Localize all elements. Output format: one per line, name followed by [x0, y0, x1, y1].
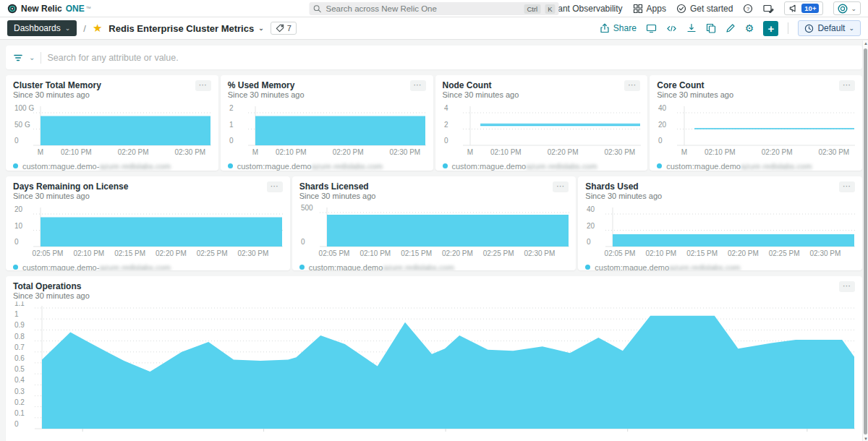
svg-text:02:30 PM: 02:30 PM — [810, 249, 841, 257]
svg-text:02:10 PM: 02:10 PM — [276, 148, 307, 156]
new-relic-home-link[interactable]: New Relic ONE ™ — [7, 4, 91, 14]
kbd-k: K — [545, 4, 555, 14]
svg-text:02:20 PM: 02:20 PM — [332, 148, 363, 156]
dashboards-menu-button[interactable]: Dashboards ⌄ — [7, 20, 77, 36]
chart-title: Total Operations — [13, 281, 90, 291]
scrollbar-thumb[interactable] — [864, 48, 867, 434]
chart-plot[interactable]: 4020002:05 PM02:10 PM02:15 PM02:20 PM02:… — [585, 202, 855, 260]
duplicate-button[interactable] — [706, 23, 716, 33]
svg-text:0: 0 — [14, 238, 19, 246]
legend-dot-icon — [657, 163, 662, 168]
tags-button[interactable]: 7 — [271, 22, 297, 35]
chart-legend: custom:mague.demoazure.redislabs.com — [299, 262, 569, 270]
page-title: Redis Enterprise Cluster Metrics — [109, 23, 254, 34]
legend-item[interactable]: custom:mague.demoazure.redislabs.com — [443, 160, 641, 171]
legend-item[interactable]: custom:mague.demo-azure.redislabs.com — [13, 262, 283, 270]
svg-text:0.9: 0.9 — [14, 321, 25, 329]
svg-text:02:10 PM: 02:10 PM — [359, 249, 391, 257]
chart-menu-button[interactable]: ⋯ — [410, 80, 426, 91]
svg-text:02:05 PM: 02:05 PM — [33, 249, 64, 257]
chart-card-shards-used: Shards Used Since 30 minutes ago ⋯ 40200… — [578, 176, 862, 270]
legend-dot-icon — [13, 163, 18, 168]
chart-menu-button[interactable]: ⋯ — [839, 80, 855, 91]
legend-item[interactable]: custom:mague.demo-azure.redislabs.com — [13, 160, 211, 171]
view-query-button[interactable] — [666, 24, 677, 33]
chart-menu-button[interactable]: ⋯ — [553, 181, 569, 192]
legend-label-blurred: azure.redislabs.com — [99, 263, 170, 271]
kbd-ctrl: Ctrl — [524, 4, 540, 14]
svg-text:02:10 PM: 02:10 PM — [73, 249, 104, 257]
tag-icon — [276, 24, 284, 33]
scrollbar-down-arrow[interactable]: ▼ — [863, 437, 868, 441]
legend-item[interactable]: custom:mague.demoazure.redislabs.com — [585, 262, 855, 270]
svg-text:02:20 PM: 02:20 PM — [156, 249, 187, 257]
download-button[interactable] — [686, 23, 697, 33]
filter-chevron-down-icon[interactable]: ⌄ — [29, 53, 35, 61]
tv-mode-icon — [646, 23, 657, 33]
svg-text:0: 0 — [444, 137, 448, 145]
scrollbar-up-arrow[interactable]: ▲ — [863, 41, 868, 46]
chart-plot[interactable]: 210M02:10 PM02:20 PM02:30 PM — [228, 100, 426, 158]
legend-item[interactable]: custom:mague.demoazure.redislabs.com — [299, 262, 569, 270]
svg-text:02:20 PM: 02:20 PM — [118, 148, 149, 156]
toolbar-actions: Share ⚙ + — [600, 20, 861, 36]
chart-legend: custom:mague.demoazure.redislabs.com — [657, 160, 855, 171]
svg-text:02:05 PM: 02:05 PM — [318, 249, 349, 257]
vertical-scrollbar[interactable]: ▲ ▼ — [862, 40, 868, 441]
chart-legend: custom:mague.demo-azure.redislabs.com — [13, 160, 211, 171]
svg-text:02:20 PM: 02:20 PM — [547, 148, 578, 156]
apps-button[interactable]: Apps — [633, 4, 666, 14]
filter-icon[interactable] — [13, 53, 23, 62]
chart-plot[interactable]: 500002:05 PM02:10 PM02:15 PM02:20 PM02:2… — [299, 202, 569, 260]
chart-plot[interactable]: 2010002:05 PM02:10 PM02:15 PM02:20 PM02:… — [13, 202, 283, 260]
tv-mode-button[interactable] — [646, 23, 657, 33]
top-nav: New Relic ONE ™ Search across New Relic … — [0, 0, 868, 17]
dashboard-toolbar: Dashboards ⌄ / ★ Redis Enterprise Cluste… — [0, 17, 868, 40]
filter-search-input[interactable]: Search for any attribute or value. — [47, 53, 178, 63]
chevron-down-icon: ⌄ — [258, 25, 264, 31]
svg-text:0.5: 0.5 — [14, 365, 25, 373]
svg-text:20: 20 — [14, 205, 23, 213]
svg-text:0.7: 0.7 — [14, 343, 25, 351]
chart-title: Days Remaining on License — [13, 181, 128, 192]
chart-menu-button[interactable]: ⋯ — [624, 80, 640, 91]
pencil-icon — [726, 23, 736, 33]
chart-menu-button[interactable]: ⋯ — [839, 181, 855, 192]
account-menu-button[interactable]: ⌄ — [833, 1, 861, 15]
chart-plot[interactable]: 420M02:10 PM02:20 PM02:30 PM — [443, 100, 641, 158]
add-widget-button[interactable]: + — [763, 21, 778, 36]
feedback-button[interactable] — [763, 4, 774, 14]
chart-menu-button[interactable]: ⋯ — [195, 80, 211, 91]
share-icon — [600, 23, 610, 33]
legend-item[interactable]: custom:mague.demoazure.redislabs.com — [657, 160, 855, 171]
chart-plot[interactable]: 40200M02:10 PM02:20 PM02:30 PM — [657, 100, 855, 158]
chart-subtitle: Since 30 minutes ago — [13, 291, 90, 301]
legend-dot-icon — [228, 163, 233, 168]
svg-text:02:25 PM: 02:25 PM — [482, 249, 514, 257]
svg-text:500: 500 — [301, 204, 313, 212]
chart-card-total-operations: Total Operations Since 30 minutes ago ⋯ … — [6, 276, 862, 441]
svg-text:2: 2 — [444, 121, 448, 129]
time-picker-button[interactable]: Default ⌄ — [798, 20, 861, 36]
chart-menu-button[interactable]: ⋯ — [839, 281, 855, 292]
chart-menu-button[interactable]: ⋯ — [267, 181, 283, 192]
svg-text:0: 0 — [14, 137, 19, 145]
favorite-star-icon[interactable]: ★ — [93, 23, 102, 33]
svg-text:20: 20 — [658, 121, 667, 129]
settings-gear-icon[interactable]: ⚙ — [745, 23, 754, 33]
chart-plot[interactable]: 1.110.90.80.70.60.50.40.30.20.10 — [13, 301, 855, 434]
chart-subtitle: Since 30 minutes ago — [299, 192, 376, 201]
svg-text:1: 1 — [14, 310, 19, 318]
share-button[interactable]: Share — [600, 23, 637, 33]
chart-plot[interactable]: 100 G50 G0M02:10 PM02:20 PM02:30 PM — [13, 100, 211, 158]
global-search-input[interactable]: Search across New Relic One Ctrl K — [310, 2, 559, 15]
announcements-button[interactable]: 10+ — [784, 1, 823, 15]
get-started-button[interactable]: Get started — [676, 4, 733, 14]
legend-item[interactable]: custom:mague.demoazure.redislabs.com — [228, 160, 426, 171]
help-button[interactable]: ? — [743, 4, 753, 14]
svg-text:0: 0 — [587, 238, 591, 246]
toolbar-divider — [788, 22, 788, 34]
dashboard-title-menu[interactable]: Redis Enterprise Cluster Metrics ⌄ — [109, 23, 263, 34]
edit-button[interactable] — [726, 23, 736, 33]
legend-dot-icon — [13, 265, 18, 270]
